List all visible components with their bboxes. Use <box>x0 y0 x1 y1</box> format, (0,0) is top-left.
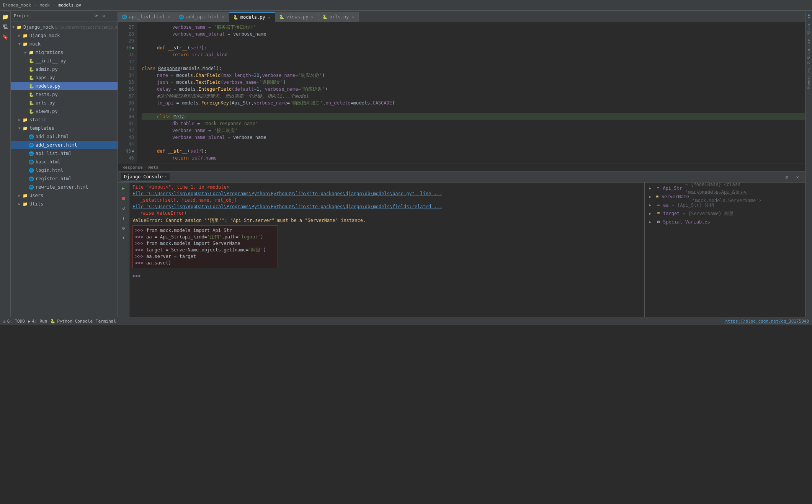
tree-item-api-list[interactable]: ▶ 🌐 api_list.html <box>11 149 118 158</box>
app-root: Django_mock › mock › models.py 📁 🏗 🔖 Pro… <box>0 0 812 325</box>
tree-item-apps[interactable]: ▶ 🐍 apps.py <box>11 73 118 82</box>
sidebar-favorites-label[interactable]: Favorites <box>807 67 811 90</box>
tab-models[interactable]: 🐍 models.py ✕ <box>229 12 275 22</box>
bottom-tab-bar: Django Console ✕ ⚙ ✕ <box>118 172 805 183</box>
console-line-4: File "C:\Users\lisq\AppData\Local\Progra… <box>132 204 641 210</box>
status-python-console[interactable]: 🐍 Python Console <box>50 319 93 324</box>
bookmarks-icon[interactable]: 🔖 <box>1 32 10 41</box>
tree-item-root-django[interactable]: ▼ 📁 Django_mock D:\PycharmProjects\Djang… <box>11 23 118 31</box>
close-tab-add-api[interactable]: ✕ <box>221 15 225 20</box>
project-panel: Project ⟳ ⚙ − ▼ 📁 Django_mock D:\Pycharm… <box>11 11 118 317</box>
structure-icon[interactable]: 🏗 <box>1 22 10 31</box>
tree-item-tests[interactable]: ▶ 🐍 tests.py <box>11 90 118 99</box>
tree-item-models[interactable]: ▶ 🐍 models.py <box>11 82 118 90</box>
code-line-33: class Response(models.Model): <box>142 65 805 72</box>
console-toolbar: ▶ ■ ↺ ↓ ⚙ + <box>118 183 129 317</box>
tab-add-api[interactable]: 🌐 add_api.html ✕ <box>175 12 229 22</box>
tree-item-django-mock[interactable]: ▶ 📁 Django_mock <box>11 31 118 40</box>
sync-icon[interactable]: ⟳ <box>93 13 99 19</box>
settings-icon[interactable]: ⚙ <box>101 13 107 19</box>
console-close-icon[interactable]: ✕ <box>793 173 802 182</box>
code-line-46: return self.name <box>142 155 805 161</box>
status-bar: ⚠ 6: TODO ▶ 4: Run 🐍 Python Console Term… <box>0 317 812 325</box>
scroll-end-btn[interactable]: ↓ <box>119 214 128 222</box>
project-header: Project ⟳ ⚙ − <box>11 11 118 21</box>
tree-item-login[interactable]: ▶ 🌐 login.html <box>11 166 118 175</box>
run-btn[interactable]: ▶ <box>119 184 128 192</box>
code-line-36: delay = models.IntegerField(default=1, v… <box>142 86 805 93</box>
rerun-btn[interactable]: ↺ <box>119 204 128 212</box>
sidebar-zstructure-label[interactable]: Z-Structure <box>807 37 811 65</box>
debug-var-target[interactable]: ▶ ≡ target = {ServerName} 阿里 <box>648 209 802 218</box>
code-editor[interactable]: 27 28 29 30 ● 31 32 33 34 35 36 37 38 39… <box>118 22 805 163</box>
tree-item-urls[interactable]: ▶ 🐍 urls.py <box>11 99 118 107</box>
code-line-43: verbose_name_plural = verbose_name <box>142 134 805 141</box>
debug-var-servername[interactable]: ▶ ≡ ServerName = {ModelBase} <class 'moc… <box>648 192 802 201</box>
add-btn[interactable]: + <box>119 234 128 242</box>
close-tab-urls[interactable]: ✕ <box>351 15 355 20</box>
console-valueerror: ValueError: Cannot assign "'阿里'": "Api_S… <box>132 217 641 224</box>
status-right: https://blog.csdn.net/qq_38175040 <box>725 319 809 324</box>
breadcrumb-response[interactable]: Response <box>123 165 143 170</box>
tree-item-migrations[interactable]: ▶ 📁 migrations <box>11 48 118 57</box>
console-line-3: _setattr(self, field.name, rel_obj) <box>132 197 641 204</box>
title-file: models.py <box>59 3 82 8</box>
console-line-5: raise ValueError( <box>132 210 641 217</box>
editor-area: 🌐 api_list.html ✕ 🌐 add_api.html ✕ 🐍 mod… <box>118 11 805 317</box>
code-line-37: #这个响应应有对应的固定请求, 所以需要一个外键, 指向li...个model <box>142 93 805 99</box>
code-line-30: def __str__(self): <box>142 44 805 51</box>
console-line-2: File "C:\Users\lisq\AppData\Local\Progra… <box>132 191 641 197</box>
code-line-35: json = models.TextField(verbose_name='返回… <box>142 79 805 86</box>
tree-item-base[interactable]: ▶ 🌐 base.html <box>11 158 118 166</box>
tree-item-add-server[interactable]: ▶ 🌐 add_server.html <box>11 141 118 149</box>
title-project: Django_mock <box>3 3 31 8</box>
tree-item-users[interactable]: ▶ 📁 Users <box>11 191 118 200</box>
stop-btn[interactable]: ■ <box>119 194 128 202</box>
collapse-icon[interactable]: − <box>108 13 114 19</box>
console-output[interactable]: File "<input>", line 1, in <module> File… <box>129 183 644 317</box>
main-container: 📁 🏗 🔖 Project ⟳ ⚙ − ▼ 📁 <box>0 11 812 317</box>
tree-item-templates[interactable]: ▼ 📁 templates <box>11 124 118 132</box>
tree-item-register[interactable]: ▶ 🌐 register.html <box>11 175 118 183</box>
tree-item-rewrite-server[interactable]: ▶ 🌐 rewrite_server.html <box>11 183 118 191</box>
tree-item-utils[interactable]: ▶ 📁 Utils <box>11 200 118 208</box>
code-line-27: verbose_name = '服务器下接口地址' <box>142 24 805 31</box>
status-run[interactable]: ▶ 4: Run <box>28 319 47 324</box>
title-bar: Django_mock › mock › models.py <box>0 0 812 11</box>
code-line-32 <box>142 58 805 65</box>
code-line-44 <box>142 141 805 148</box>
code-content[interactable]: verbose_name = '服务器下接口地址' verbose_name_p… <box>137 22 805 163</box>
close-tab-models[interactable]: ✕ <box>267 15 271 20</box>
status-todo[interactable]: ⚠ 6: TODO <box>3 319 25 324</box>
console-settings-icon[interactable]: ⚙ <box>782 173 791 182</box>
right-sidebar: Structure Z-Structure Favorites <box>805 11 812 317</box>
sidebar-structure-label[interactable]: Structure <box>807 12 811 36</box>
console-prompt-line[interactable]: >>> <box>132 273 641 279</box>
console-content: ▶ ■ ↺ ↓ ⚙ + File "<input>", line 1, in <… <box>118 183 805 317</box>
console-line-1: File "<input>", line 1, in <module> <box>132 184 641 191</box>
tab-api-list[interactable]: 🌐 api_list.html ✕ <box>118 12 175 22</box>
status-link[interactable]: https://blog.csdn.net/qq_38175040 <box>725 319 809 324</box>
status-terminal[interactable]: Terminal <box>96 319 116 324</box>
code-line-31: return self.api_kind <box>142 51 805 58</box>
tab-views[interactable]: 🐍 views.py ✕ <box>275 12 319 22</box>
tab-urls[interactable]: 🐍 urls.py ✕ <box>319 12 359 22</box>
project-label: Project <box>14 13 31 18</box>
close-tab-api-list[interactable]: ✕ <box>167 15 171 20</box>
tree-item-static[interactable]: ▶ 📁 static <box>11 116 118 124</box>
line-numbers: 27 28 29 30 ● 31 32 33 34 35 36 37 38 39… <box>118 22 137 163</box>
tab-django-console[interactable]: Django Console ✕ <box>121 173 170 181</box>
status-left: ⚠ 6: TODO ▶ 4: Run 🐍 Python Console Term… <box>3 319 116 324</box>
close-tab-views[interactable]: ✕ <box>310 15 314 20</box>
tree-item-add-api[interactable]: ▶ 🌐 add_api.html <box>11 132 118 141</box>
tree-item-init[interactable]: ▶ 🐍 __init__.py <box>11 57 118 65</box>
code-line-34: name = models.CharField(max_length=20,ve… <box>142 72 805 79</box>
tree-item-views[interactable]: ▶ 🐍 views.py <box>11 107 118 116</box>
breadcrumb-meta[interactable]: Meta <box>149 165 159 170</box>
tree-item-admin[interactable]: ▶ 🐍 admin.py <box>11 65 118 73</box>
close-console-tab[interactable]: ✕ <box>164 175 167 179</box>
debug-var-special[interactable]: ▶ ⊞ Special Variables <box>648 218 802 226</box>
tree-item-mock[interactable]: ▼ 📁 mock <box>11 40 118 48</box>
settings-btn[interactable]: ⚙ <box>119 224 128 232</box>
project-view-icon[interactable]: 📁 <box>1 12 10 21</box>
